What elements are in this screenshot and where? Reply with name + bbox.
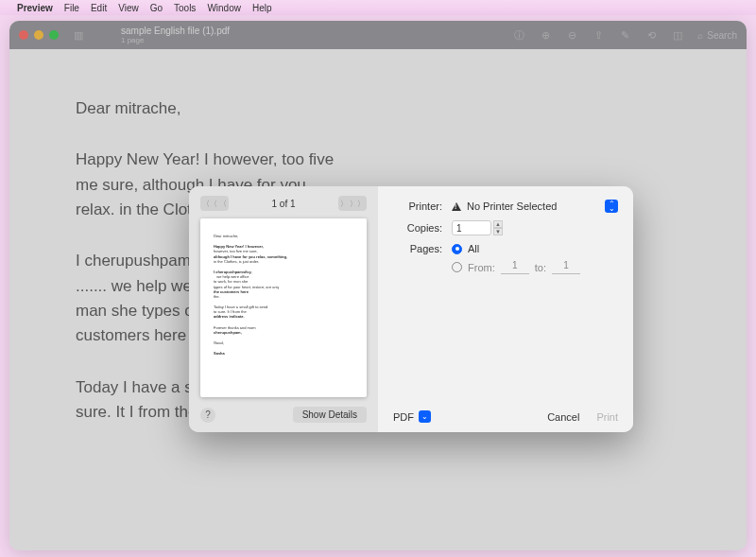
printer-value: No Printer Selected bbox=[467, 200, 557, 212]
page-next-button[interactable]: 〉 〉〉 bbox=[338, 196, 367, 211]
cancel-button[interactable]: Cancel bbox=[547, 411, 579, 423]
menu-tools[interactable]: Tools bbox=[174, 3, 196, 13]
pages-from-label: From: bbox=[468, 262, 495, 273]
printer-popup-button[interactable]: ⌃⌄ bbox=[605, 200, 618, 213]
print-dialog: 〈〈 〈 1 of 1 〉 〉〉 Dear mitrache, Happy Ne… bbox=[189, 186, 633, 432]
pdf-menu-button[interactable]: PDF ⌄ bbox=[393, 410, 431, 423]
print-options-pane: Printer: No Printer Selected ⌃⌄ Copies: … bbox=[378, 186, 633, 432]
page-indicator: 1 of 1 bbox=[271, 199, 295, 209]
warning-icon bbox=[452, 202, 461, 211]
preview-window: ▥ sample English file (1).pdf 1 page ⓘ ⊕… bbox=[9, 21, 747, 550]
pdf-label: PDF bbox=[393, 411, 414, 423]
printer-label: Printer: bbox=[393, 200, 442, 212]
menu-help[interactable]: Help bbox=[252, 3, 272, 13]
pages-from-input[interactable]: 1 bbox=[501, 260, 529, 274]
show-details-button[interactable]: Show Details bbox=[293, 407, 367, 423]
pages-label: Pages: bbox=[393, 243, 442, 254]
copies-stepper[interactable]: ▲▼ bbox=[493, 220, 503, 235]
help-button[interactable]: ? bbox=[200, 408, 215, 423]
menu-file[interactable]: File bbox=[64, 3, 79, 13]
menu-edit[interactable]: Edit bbox=[91, 3, 107, 13]
pages-all-label: All bbox=[468, 243, 479, 254]
pages-all-radio[interactable] bbox=[452, 244, 462, 254]
menu-view[interactable]: View bbox=[118, 3, 139, 13]
app-menu[interactable]: Preview bbox=[17, 3, 53, 13]
pages-range-radio[interactable] bbox=[452, 262, 462, 272]
copies-label: Copies: bbox=[393, 222, 442, 234]
pages-to-input[interactable]: 1 bbox=[552, 260, 580, 274]
pages-to-label: to: bbox=[535, 262, 546, 273]
copies-input[interactable]: 1 bbox=[452, 220, 491, 235]
menu-window[interactable]: Window bbox=[207, 3, 241, 13]
system-menubar: Preview File Edit View Go Tools Window H… bbox=[0, 0, 756, 15]
print-thumbnail: Dear mitrache, Happy New Year! I however… bbox=[200, 218, 367, 397]
chevron-down-icon: ⌄ bbox=[419, 410, 431, 423]
page-prev-button[interactable]: 〈〈 〈 bbox=[200, 196, 229, 211]
print-button[interactable]: Print bbox=[596, 411, 618, 423]
menu-go[interactable]: Go bbox=[150, 3, 163, 13]
print-preview-pane: 〈〈 〈 1 of 1 〉 〉〉 Dear mitrache, Happy Ne… bbox=[189, 186, 378, 432]
